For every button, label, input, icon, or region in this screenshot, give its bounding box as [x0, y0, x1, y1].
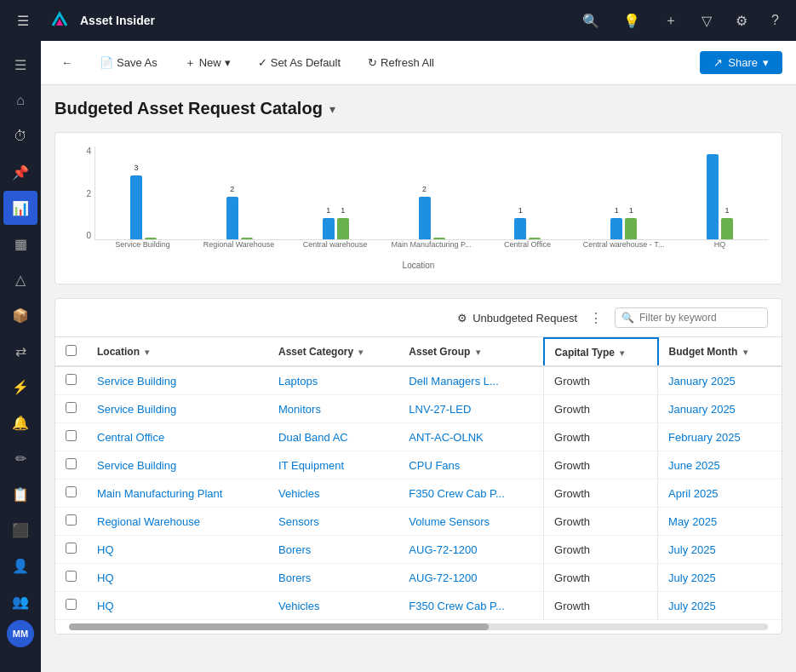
group-link[interactable]: AUG-72-1200	[409, 543, 477, 556]
sidebar-assets[interactable]: 📦	[3, 298, 37, 332]
sidebar-hamburger[interactable]: ☰	[3, 48, 37, 82]
budget-month-link[interactable]: July 2025	[668, 571, 716, 584]
group-link[interactable]: F350 Crew Cab P...	[409, 487, 504, 500]
row-checkbox[interactable]	[66, 543, 77, 554]
row-checkbox[interactable]	[66, 514, 77, 526]
header-group[interactable]: Asset Group ▾	[398, 338, 543, 366]
category-link[interactable]: Laptops	[278, 375, 318, 388]
row-checkbox[interactable]	[66, 458, 77, 469]
header-location[interactable]: Location ▾	[87, 338, 268, 366]
sidebar-layers[interactable]: ⬛	[3, 513, 37, 547]
sidebar-shuffle[interactable]: ⇄	[3, 334, 37, 368]
sidebar-recent[interactable]: ⏱	[3, 119, 37, 153]
budget-month-link[interactable]: February 2025	[668, 431, 741, 444]
row-budget-month: January 2025	[658, 366, 782, 395]
row-checkbox[interactable]	[66, 486, 77, 497]
save-as-button[interactable]: 📄 Save As	[93, 53, 164, 72]
location-sort-icon: ▾	[145, 347, 149, 357]
sidebar-edit[interactable]: ✏	[3, 441, 37, 475]
header-budget-month-label: Budget Month	[669, 346, 738, 358]
row-checkbox[interactable]	[66, 571, 77, 582]
sidebar-calendar[interactable]: ▦	[3, 227, 37, 261]
header-capital-type[interactable]: Capital Type ▾	[544, 338, 658, 366]
row-group: F350 Crew Cab P...	[398, 592, 543, 620]
category-link[interactable]: IT Equipment	[278, 459, 344, 472]
set-default-button[interactable]: ✓ Set As Default	[251, 53, 347, 72]
row-budget-month: February 2025	[658, 423, 782, 451]
group-link[interactable]: CPU Fans	[409, 459, 460, 472]
group-link[interactable]: ANT-AC-OLNK	[409, 431, 483, 444]
budget-month-link[interactable]: May 2025	[668, 515, 717, 528]
sidebar-clipboard[interactable]: 📋	[3, 477, 37, 511]
location-link[interactable]: HQ	[97, 543, 114, 556]
group-link[interactable]: F350 Crew Cab P...	[409, 600, 504, 612]
help-icon[interactable]: ?	[765, 9, 786, 32]
user-avatar[interactable]: MM	[7, 620, 34, 647]
group-link[interactable]: AUG-72-1200	[409, 571, 477, 584]
category-link[interactable]: Dual Band AC	[278, 431, 348, 444]
sidebar-home[interactable]: ⌂	[3, 83, 37, 118]
sidebar-alerts[interactable]: △	[3, 262, 37, 296]
bar-label-3: 3	[134, 164, 138, 172]
category-link[interactable]: Monitors	[278, 403, 321, 416]
page-title-dropdown-icon[interactable]: ▾	[329, 102, 335, 116]
main-content: ← 📄 Save As ＋ New ▾ ✓ Set As Default ↻ R…	[41, 41, 796, 672]
horizontal-scrollbar[interactable]	[69, 623, 768, 630]
hamburger-icon[interactable]: ☰	[10, 9, 36, 32]
row-checkbox[interactable]	[66, 430, 77, 441]
location-link[interactable]: HQ	[97, 600, 114, 612]
sidebar-team[interactable]: 👥	[3, 584, 37, 618]
header-checkbox-col	[55, 338, 87, 366]
budget-month-link[interactable]: July 2025	[668, 543, 716, 556]
group-link[interactable]: LNV-27-LED	[409, 403, 471, 416]
category-link[interactable]: Borers	[278, 571, 311, 584]
filter-nav-icon[interactable]: ▽	[695, 9, 719, 32]
settings-icon[interactable]: ⚙	[729, 9, 754, 32]
category-link[interactable]: Borers	[278, 543, 311, 556]
group-link[interactable]: Dell Managers L...	[409, 375, 499, 388]
lightbulb-icon[interactable]: 💡	[616, 9, 647, 32]
sidebar-lightning[interactable]: ⚡	[3, 370, 37, 404]
location-link[interactable]: Service Building	[97, 403, 176, 416]
table-scroll[interactable]: Location ▾ Asset Category ▾ Asset Group …	[55, 337, 782, 620]
row-checkbox[interactable]	[66, 599, 77, 610]
search-nav-icon[interactable]: 🔍	[576, 9, 606, 32]
new-button[interactable]: ＋ New ▾	[178, 52, 238, 74]
location-link[interactable]: Service Building	[97, 459, 176, 472]
row-checkbox[interactable]	[66, 374, 77, 385]
category-link[interactable]: Vehicles	[278, 600, 319, 612]
select-all-checkbox[interactable]	[66, 345, 77, 356]
table-row: HQ Borers AUG-72-1200 Growth July 2025	[55, 536, 782, 564]
sidebar-user[interactable]: 👤	[3, 549, 37, 583]
share-button[interactable]: ↗ Share ▾	[700, 51, 782, 74]
location-link[interactable]: Central Office	[97, 431, 164, 444]
category-link[interactable]: Vehicles	[278, 487, 319, 500]
refresh-button[interactable]: ↻ Refresh All	[361, 53, 441, 72]
sidebar-charts[interactable]: 📊	[3, 191, 37, 225]
row-checkbox-cell	[55, 366, 87, 395]
header-budget-month[interactable]: Budget Month ▾	[658, 338, 782, 366]
add-icon[interactable]: ＋	[657, 9, 684, 33]
table-row: Central Office Dual Band AC ANT-AC-OLNK …	[55, 423, 782, 451]
row-checkbox[interactable]	[66, 402, 77, 413]
budget-month-link[interactable]: April 2025	[668, 487, 719, 500]
group-link[interactable]: Volume Sensors	[409, 515, 490, 528]
header-capital-type-label: Capital Type	[555, 347, 615, 359]
category-link[interactable]: Sensors	[278, 515, 319, 528]
back-button[interactable]: ←	[54, 53, 79, 72]
header-category[interactable]: Asset Category ▾	[268, 338, 398, 366]
budget-month-link[interactable]: January 2025	[668, 375, 736, 388]
location-link[interactable]: Regional Warehouse	[97, 515, 200, 528]
location-link[interactable]: Main Manufacturing Plant	[97, 487, 222, 500]
budget-month-link[interactable]: July 2025	[668, 600, 716, 612]
kebab-menu-button[interactable]: ⋮	[584, 308, 608, 328]
budget-month-link[interactable]: June 2025	[668, 459, 720, 472]
location-link[interactable]: HQ	[97, 571, 114, 584]
sidebar-pinned[interactable]: 📌	[3, 155, 37, 189]
filter-input[interactable]	[615, 307, 768, 328]
budget-month-link[interactable]: January 2025	[668, 403, 736, 416]
location-link[interactable]: Service Building	[97, 375, 176, 388]
sidebar-notifications[interactable]: 🔔	[3, 405, 37, 439]
chart-group-main-mfg: 2	[384, 197, 480, 239]
table-row: HQ Vehicles F350 Crew Cab P... Growth Ju…	[55, 592, 782, 620]
